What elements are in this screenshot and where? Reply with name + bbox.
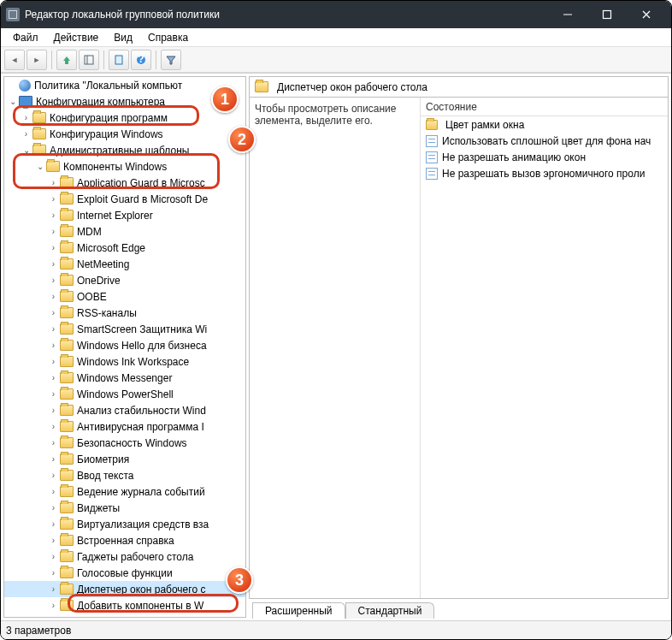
twisty-icon[interactable]: › [47, 179, 60, 187]
maximize-button[interactable] [587, 2, 627, 27]
tree-item[interactable]: ⌄Компоненты Windows [4, 158, 245, 175]
tree-item[interactable]: ›Windows Ink Workspace [4, 353, 245, 370]
twisty-icon[interactable]: › [47, 439, 60, 447]
twisty-icon[interactable]: ⌄ [33, 163, 46, 171]
twisty-icon[interactable]: › [47, 601, 60, 610]
twisty-icon[interactable]: › [47, 374, 60, 382]
tree-item[interactable]: ›Добавить компоненты в W [4, 597, 245, 613]
tree-label: Добавить компоненты в W [77, 600, 203, 612]
tree-item[interactable]: ›RSS-каналы [4, 305, 245, 321]
close-button[interactable] [627, 2, 666, 27]
twisty-icon[interactable]: ⌄ [20, 146, 32, 155]
tree-item[interactable]: ›MDM [4, 223, 245, 240]
tree-item[interactable]: ›Конфигурация Windows [4, 126, 245, 142]
tree-item[interactable]: Политика "Локальный компьют [4, 77, 245, 93]
twisty-icon[interactable]: › [47, 195, 60, 204]
folder-icon [32, 145, 46, 156]
twisty-icon[interactable]: › [47, 228, 60, 236]
twisty-icon[interactable]: › [47, 520, 60, 529]
twisty-icon[interactable]: › [47, 488, 60, 496]
tree-item[interactable]: ›Windows PowerShell [4, 386, 245, 402]
menu-view[interactable]: Вид [107, 30, 139, 45]
twisty-icon[interactable]: › [47, 293, 60, 301]
svg-rect-1 [604, 11, 611, 19]
tree-item[interactable]: ›Диспетчер окон рабочего с [4, 581, 245, 597]
menu-file[interactable]: Файл [6, 30, 45, 45]
twisty-icon[interactable]: › [47, 536, 60, 545]
tab-standard[interactable]: Стандартный [345, 602, 435, 619]
details-description: Чтобы просмотреть описание элемента, выд… [250, 98, 421, 598]
tree-item[interactable]: ›Ввод текста [4, 467, 245, 483]
tree-item[interactable]: ›Встроенная справка [4, 532, 245, 548]
folder-icon [60, 567, 74, 578]
tree-item[interactable]: ⌄Конфигурация компьютера [4, 93, 245, 110]
twisty-icon[interactable]: › [47, 585, 60, 594]
help-button[interactable]: ? [131, 50, 151, 70]
twisty-icon[interactable]: › [47, 390, 60, 399]
tree-item[interactable]: ›Windows Messenger [4, 370, 245, 386]
twisty-icon[interactable]: › [47, 325, 60, 334]
folder-icon [60, 356, 74, 367]
twisty-icon[interactable]: › [47, 276, 60, 285]
tree-item[interactable]: ›Голосовые функции [4, 565, 245, 581]
minimize-button[interactable] [548, 2, 587, 27]
setting-icon [426, 135, 438, 147]
twisty-icon[interactable]: › [47, 406, 60, 415]
tree-item[interactable]: ›Гаджеты рабочего стола [4, 548, 245, 565]
twisty-icon[interactable]: ⌄ [6, 98, 19, 106]
tree-label: Windows Ink Workspace [77, 356, 189, 368]
setting-item[interactable]: Цвет рамки окна [421, 116, 668, 133]
filter-button[interactable] [161, 50, 181, 70]
tab-extended[interactable]: Расширенный [252, 602, 345, 619]
twisty-icon[interactable]: › [47, 358, 60, 366]
setting-item[interactable]: Не разрешать анимацию окон [421, 149, 668, 165]
tree-item[interactable]: ›Антивирусная программа I [4, 418, 245, 435]
tree-item[interactable]: ›Виджеты [4, 500, 245, 516]
tree-item[interactable]: ›Конфигурация программ [4, 110, 245, 126]
twisty-icon[interactable]: › [20, 114, 32, 122]
tree-item[interactable]: ›NetMeeting [4, 256, 245, 272]
tree-item[interactable]: ›Ведение журнала событий [4, 483, 245, 500]
tree-item[interactable]: ›Анализ стабильности Wind [4, 402, 245, 418]
twisty-icon[interactable]: › [20, 130, 32, 139]
tree-item[interactable]: ›Microsoft Edge [4, 240, 245, 256]
twisty-icon[interactable]: › [47, 423, 60, 431]
tree-label: Windows Messenger [77, 372, 172, 384]
forward-button[interactable]: ► [27, 50, 47, 70]
properties-button[interactable] [109, 50, 129, 70]
tree-label: RSS-каналы [77, 307, 137, 319]
menu-help[interactable]: Справка [141, 30, 195, 45]
twisty-icon[interactable]: › [47, 504, 60, 513]
tree-panel[interactable]: Политика "Локальный компьют⌄Конфигурация… [3, 76, 246, 618]
show-hide-button[interactable] [79, 50, 99, 70]
back-button[interactable]: ◄ [4, 50, 25, 70]
menu-action[interactable]: Действие [47, 30, 106, 45]
folder-icon [60, 405, 74, 416]
tree-item[interactable]: ›SmartScreen Защитника Wi [4, 321, 245, 337]
twisty-icon[interactable]: › [47, 341, 60, 350]
tree-item[interactable]: ›Internet Explorer [4, 207, 245, 223]
twisty-icon[interactable]: › [47, 309, 60, 317]
tree-item[interactable]: ⌄Административные шаблоны [4, 142, 245, 158]
setting-item[interactable]: Использовать сплошной цвет для фона нач [421, 133, 668, 149]
tree-item[interactable]: ›OOBE [4, 288, 245, 305]
twisty-icon[interactable]: › [47, 455, 60, 464]
tree-item[interactable]: ›Безопасность Windows [4, 435, 245, 451]
twisty-icon[interactable]: › [47, 211, 60, 220]
folder-icon [60, 242, 74, 253]
tree-item[interactable]: ›Виртуализация средств вза [4, 516, 245, 532]
up-button[interactable] [56, 50, 77, 70]
tree-item[interactable]: ›Windows Hello для бизнеса [4, 337, 245, 353]
tree-item[interactable]: ›Биометрия [4, 451, 245, 467]
twisty-icon[interactable]: › [47, 569, 60, 578]
tree-item[interactable]: ›Exploit Guard в Microsoft De [4, 191, 245, 207]
tree-item[interactable]: ›OneDrive [4, 272, 245, 288]
setting-item[interactable]: Не разрешать вызов эргономичного проли [421, 165, 668, 181]
twisty-icon[interactable]: › [47, 553, 60, 561]
tree-item[interactable]: ›Application Guard в Microsc [4, 175, 245, 191]
twisty-icon[interactable]: › [47, 244, 60, 252]
twisty-icon[interactable]: › [47, 471, 60, 480]
twisty-icon[interactable]: › [47, 260, 60, 269]
column-header[interactable]: Состояние [421, 98, 668, 116]
folder-icon [46, 161, 60, 172]
